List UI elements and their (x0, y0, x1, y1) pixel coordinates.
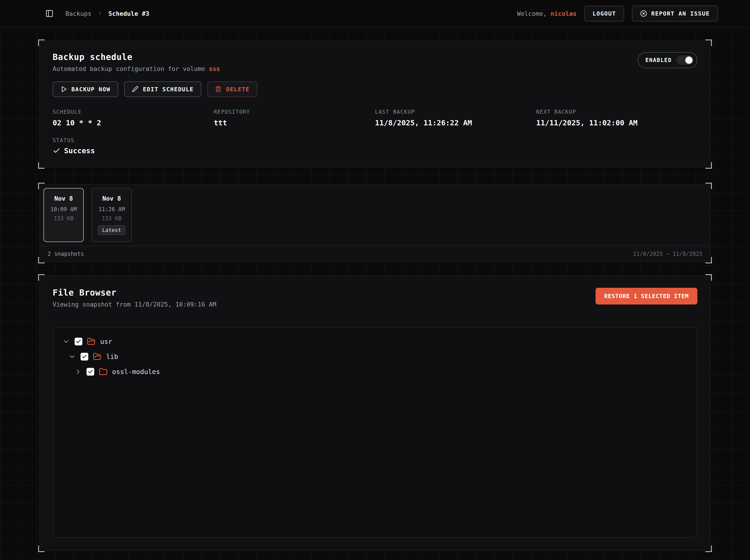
logout-button[interactable]: LOGOUT (584, 6, 624, 21)
enabled-label: ENABLED (646, 57, 672, 63)
snapshot-list: Nov 8 10:09 AM 133 KB Nov 8 11:26 AM 133… (40, 184, 710, 246)
checkbox-checked[interactable] (81, 353, 88, 361)
chevron-down-icon[interactable] (68, 353, 76, 361)
delete-label: DELETE (226, 86, 250, 93)
corner-bracket (38, 545, 45, 552)
snapshots-panel: Nov 8 10:09 AM 133 KB Nov 8 11:26 AM 133… (39, 184, 711, 262)
breadcrumb: Backups Schedule #3 (65, 10, 150, 17)
field-label: LAST BACKUP (375, 109, 536, 115)
field-status: STATUS Success (53, 137, 697, 155)
snapshot-date: Nov 8 (54, 195, 73, 202)
enabled-toggle[interactable]: ENABLED (638, 52, 697, 68)
folder-icon (99, 367, 107, 376)
folder-open-icon (87, 337, 96, 346)
file-browser-panel: File Browser Viewing snapshot from 11/8/… (39, 276, 711, 551)
tree-row-usr[interactable]: usr (53, 334, 697, 349)
corner-bracket (705, 545, 712, 552)
snapshot-size: 133 KB (102, 215, 122, 222)
report-issue-button[interactable]: REPORT AN ISSUE (632, 5, 718, 21)
main-content: Backup schedule Automated backup configu… (0, 27, 750, 560)
toggle-knob (685, 57, 693, 64)
corner-bracket (38, 274, 45, 281)
file-tree: usr lib (53, 327, 697, 538)
play-icon (60, 86, 67, 93)
file-browser-subtitle: Viewing snapshot from 11/8/2025, 10:09:1… (53, 301, 216, 308)
field-label: REPOSITORY (214, 109, 375, 115)
edit-schedule-label: EDIT SCHEDULE (143, 86, 194, 93)
snapshot-date: Nov 8 (102, 195, 121, 202)
panel-title: Backup schedule (53, 52, 220, 62)
sidebar-toggle-button[interactable] (43, 7, 56, 20)
backup-schedule-panel: Backup schedule Automated backup configu… (39, 41, 711, 167)
welcome-prefix: Welcome, (517, 10, 547, 17)
snapshot-card[interactable]: Nov 8 11:26 AM 133 KB Latest (92, 188, 132, 242)
field-value: 02 10 * * 2 (53, 119, 214, 127)
trash-icon (215, 86, 222, 93)
restore-label: RESTORE 1 SELECTED ITEM (604, 293, 689, 299)
top-header: Backups Schedule #3 Welcome, nicolas LOG… (0, 0, 750, 27)
tree-row-lib[interactable]: lib (53, 349, 697, 364)
logout-label: LOGOUT (593, 10, 616, 17)
field-label: NEXT BACKUP (536, 109, 697, 115)
snapshot-date-range: 11/8/2025 – 11/8/2025 (633, 251, 703, 257)
field-value: 11/11/2025, 11:02:00 AM (536, 119, 697, 127)
breadcrumb-current: Schedule #3 (108, 10, 150, 17)
latest-badge: Latest (98, 225, 125, 235)
field-value: 11/8/2025, 11:26:22 AM (375, 119, 536, 127)
field-schedule: SCHEDULE 02 10 * * 2 (53, 109, 214, 127)
field-label: SCHEDULE (53, 109, 214, 115)
field-value: ttt (214, 119, 375, 127)
corner-bracket (38, 40, 45, 46)
corner-bracket (705, 274, 712, 281)
backup-now-button[interactable]: BACKUP NOW (53, 81, 118, 97)
tree-item-label: usr (100, 338, 112, 345)
snapshot-size: 133 KB (54, 215, 74, 222)
username: nicolas (551, 10, 577, 17)
schedule-actions: BACKUP NOW EDIT SCHEDULE DELETE (53, 81, 697, 97)
snapshot-time: 10:09 AM (50, 206, 77, 213)
snapshots-footer: 2 snapshots 11/8/2025 – 11/8/2025 (40, 246, 710, 262)
chevron-right-icon[interactable] (74, 368, 82, 376)
restore-button[interactable]: RESTORE 1 SELECTED ITEM (596, 288, 697, 304)
field-last-backup: LAST BACKUP 11/8/2025, 11:26:22 AM (375, 109, 536, 127)
corner-bracket (705, 162, 712, 168)
schedule-fields: SCHEDULE 02 10 * * 2 REPOSITORY ttt LAST… (53, 109, 697, 127)
welcome-text: Welcome, nicolas (517, 10, 577, 17)
tree-item-label: ossl-modules (112, 368, 160, 376)
tree-row-ossl-modules[interactable]: ossl-modules (53, 364, 697, 379)
report-issue-label: REPORT AN ISSUE (651, 10, 710, 17)
snapshot-card-selected[interactable]: Nov 8 10:09 AM 133 KB (43, 188, 84, 242)
subtitle-prefix: Automated backup configuration for volum… (53, 65, 205, 72)
toggle-switch[interactable] (676, 55, 694, 65)
checkbox-checked[interactable] (86, 368, 94, 376)
panel-subtitle: Automated backup configuration for volum… (53, 65, 220, 72)
corner-bracket (38, 162, 45, 168)
field-repository: REPOSITORY ttt (214, 109, 375, 127)
tree-item-label: lib (106, 353, 118, 361)
backup-now-label: BACKUP NOW (72, 86, 111, 93)
field-next-backup: NEXT BACKUP 11/11/2025, 11:02:00 AM (536, 109, 697, 127)
status-value: Success (64, 146, 95, 155)
panel-left-icon (45, 9, 54, 18)
corner-bracket (705, 40, 712, 46)
chevron-down-icon[interactable] (62, 338, 70, 345)
check-icon (53, 147, 60, 155)
file-browser-title: File Browser (53, 288, 216, 298)
volume-name: sss (209, 65, 220, 72)
status-label: STATUS (53, 137, 697, 143)
breadcrumb-root[interactable]: Backups (65, 10, 92, 17)
snapshot-time: 11:26 AM (98, 206, 125, 213)
edit-schedule-button[interactable]: EDIT SCHEDULE (124, 81, 202, 97)
chevron-right-icon (97, 11, 103, 17)
circle-x-icon (640, 10, 647, 17)
delete-button[interactable]: DELETE (207, 81, 257, 97)
folder-open-icon (93, 352, 102, 361)
snapshot-count: 2 snapshots (47, 251, 84, 257)
checkbox-checked[interactable] (75, 338, 82, 345)
pencil-icon (132, 86, 139, 93)
